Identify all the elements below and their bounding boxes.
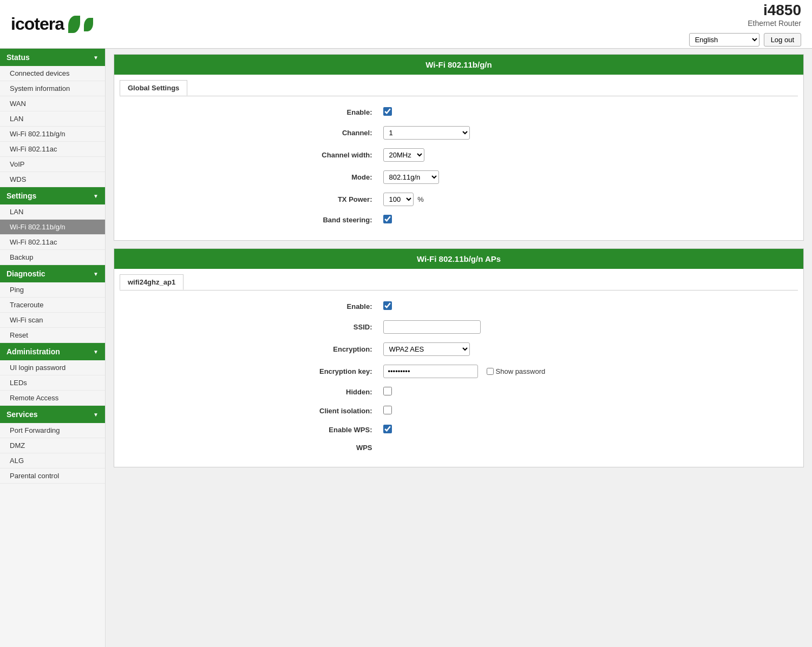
ssid-label: SSID: bbox=[270, 316, 378, 338]
sidebar-item-ping[interactable]: Ping bbox=[0, 282, 105, 298]
sidebar-item-parental-control[interactable]: Parental control bbox=[0, 468, 105, 484]
tx-power-unit: % bbox=[417, 195, 424, 203]
ssid-row: SSID: bbox=[270, 316, 649, 338]
tx-power-row: TX Power: 100 75 50 25 % bbox=[270, 188, 649, 210]
sidebar-item-lan-status[interactable]: LAN bbox=[0, 111, 105, 127]
client-isolation-row: Client isolation: bbox=[270, 401, 649, 420]
logo-text: icotera bbox=[11, 14, 64, 34]
sidebar-item-wifi-ac-settings[interactable]: Wi-Fi 802.11ac bbox=[0, 235, 105, 250]
enable-label: Enable: bbox=[270, 103, 378, 122]
global-settings-tabs: Global Settings bbox=[120, 80, 798, 96]
device-model: i4850 bbox=[748, 2, 801, 19]
global-settings-body: Global Settings Enable: Channel: 1 bbox=[114, 75, 803, 240]
encryption-key-value: Show password bbox=[378, 360, 649, 382]
device-type: Ethernet Router bbox=[748, 19, 801, 28]
tx-power-value: 100 75 50 25 % bbox=[378, 188, 649, 210]
hidden-row: Hidden: bbox=[270, 382, 649, 401]
encryption-key-row: Encryption key: Show password bbox=[270, 360, 649, 382]
password-field-wrap: Show password bbox=[383, 365, 643, 378]
sidebar-item-wifi-scan[interactable]: Wi-Fi scan bbox=[0, 313, 105, 328]
global-settings-form: Enable: Channel: 1 2345 6789 1011 bbox=[270, 103, 649, 229]
channel-width-value: 20MHz 40MHz bbox=[378, 144, 649, 166]
content-area: Wi-Fi 802.11b/g/n Global Settings Enable… bbox=[106, 49, 812, 647]
aps-title: Wi-Fi 802.11b/g/n APs bbox=[114, 249, 803, 269]
ap-enable-label: Enable: bbox=[270, 297, 378, 316]
header-controls: English Danish German French Log out bbox=[689, 33, 801, 47]
hidden-value bbox=[378, 382, 649, 401]
sidebar-item-lan-settings[interactable]: LAN bbox=[0, 204, 105, 220]
sidebar-section-status[interactable]: Status bbox=[0, 49, 105, 66]
ap-enable-checkbox[interactable] bbox=[383, 301, 392, 310]
sidebar-item-wifi-ac-status[interactable]: Wi-Fi 802.11ac bbox=[0, 142, 105, 157]
encryption-row: Encryption: None WEP WPA PSK WPA2 AES WP… bbox=[270, 338, 649, 360]
show-password-checkbox[interactable] bbox=[487, 368, 494, 375]
channel-width-row: Channel width: 20MHz 40MHz bbox=[270, 144, 649, 166]
enable-wps-label: Enable WPS: bbox=[270, 420, 378, 439]
ssid-value bbox=[378, 316, 649, 338]
sidebar-item-ui-login-password[interactable]: UI login password bbox=[0, 360, 105, 375]
logout-button[interactable]: Log out bbox=[764, 33, 801, 47]
sidebar-item-traceroute[interactable]: Traceroute bbox=[0, 298, 105, 313]
sidebar-item-port-forwarding[interactable]: Port Forwarding bbox=[0, 423, 105, 438]
sidebar-section-diagnostic[interactable]: Diagnostic bbox=[0, 265, 105, 282]
sidebar-item-wan[interactable]: WAN bbox=[0, 96, 105, 111]
sidebar-item-reset[interactable]: Reset bbox=[0, 328, 105, 343]
sidebar-item-wifi-bgn-settings[interactable]: Wi-Fi 802.11b/g/n bbox=[0, 220, 105, 235]
wps-label: WPS bbox=[270, 439, 378, 456]
hidden-label: Hidden: bbox=[270, 382, 378, 401]
aps-tabs: wifi24ghz_ap1 bbox=[120, 274, 798, 291]
tab-wifi24ghz-ap1[interactable]: wifi24ghz_ap1 bbox=[120, 274, 184, 290]
mode-value: 802.11b 802.11g 802.11n 802.11g/n 802.11… bbox=[378, 166, 649, 188]
sidebar-item-system-information[interactable]: System information bbox=[0, 81, 105, 96]
main-layout: Status Connected devices System informat… bbox=[0, 49, 812, 647]
aps-section: Wi-Fi 802.11b/g/n APs wifi24ghz_ap1 Enab… bbox=[114, 248, 804, 467]
sidebar-section-settings[interactable]: Settings bbox=[0, 187, 105, 204]
wps-row: WPS bbox=[270, 439, 649, 456]
hidden-checkbox[interactable] bbox=[383, 387, 392, 395]
sidebar-item-wds-status[interactable]: WDS bbox=[0, 172, 105, 187]
client-isolation-label: Client isolation: bbox=[270, 401, 378, 420]
encryption-key-input[interactable] bbox=[383, 365, 478, 378]
client-isolation-value bbox=[378, 401, 649, 420]
header: icotera i4850 Ethernet Router English Da… bbox=[0, 0, 812, 49]
channel-select[interactable]: 1 2345 6789 1011Auto bbox=[383, 126, 470, 140]
mode-select[interactable]: 802.11b 802.11g 802.11n 802.11g/n 802.11… bbox=[383, 170, 439, 184]
sidebar-item-leds[interactable]: LEDs bbox=[0, 375, 105, 391]
wps-value bbox=[378, 439, 649, 456]
sidebar-item-dmz[interactable]: DMZ bbox=[0, 438, 105, 453]
enable-row: Enable: bbox=[270, 103, 649, 122]
header-right: i4850 Ethernet Router English Danish Ger… bbox=[689, 2, 801, 47]
tx-power-select[interactable]: 100 75 50 25 bbox=[383, 193, 414, 206]
encryption-value: None WEP WPA PSK WPA2 AES WPA/WPA2 bbox=[378, 338, 649, 360]
ap-enable-row: Enable: bbox=[270, 297, 649, 316]
aps-form: Enable: SSID: Encryption: bbox=[270, 297, 649, 456]
sidebar-section-services[interactable]: Services bbox=[0, 406, 105, 423]
sidebar-item-remote-access[interactable]: Remote Access bbox=[0, 391, 105, 406]
band-steering-row: Band steering: bbox=[270, 210, 649, 229]
logo-icon bbox=[68, 16, 93, 33]
channel-width-select[interactable]: 20MHz 40MHz bbox=[383, 148, 424, 162]
tab-global-settings[interactable]: Global Settings bbox=[120, 80, 187, 96]
logo-area: icotera bbox=[11, 14, 93, 34]
sidebar-item-wifi-bgn-status[interactable]: Wi-Fi 802.11b/g/n bbox=[0, 127, 105, 142]
sidebar-item-backup[interactable]: Backup bbox=[0, 250, 105, 265]
sidebar-item-voip[interactable]: VoIP bbox=[0, 157, 105, 172]
sidebar-item-connected-devices[interactable]: Connected devices bbox=[0, 66, 105, 81]
enable-value bbox=[378, 103, 649, 122]
encryption-select[interactable]: None WEP WPA PSK WPA2 AES WPA/WPA2 bbox=[383, 342, 470, 356]
sidebar: Status Connected devices System informat… bbox=[0, 49, 106, 647]
sidebar-section-administration[interactable]: Administration bbox=[0, 343, 105, 360]
enable-wps-checkbox[interactable] bbox=[383, 425, 392, 433]
ssid-input[interactable] bbox=[383, 320, 481, 334]
client-isolation-checkbox[interactable] bbox=[383, 406, 392, 414]
global-settings-title: Wi-Fi 802.11b/g/n bbox=[114, 55, 803, 75]
enable-wps-row: Enable WPS: bbox=[270, 420, 649, 439]
mode-label: Mode: bbox=[270, 166, 378, 188]
show-password-label[interactable]: Show password bbox=[487, 367, 546, 375]
enable-checkbox[interactable] bbox=[383, 107, 392, 116]
sidebar-item-alg[interactable]: ALG bbox=[0, 453, 105, 468]
ap-enable-value bbox=[378, 297, 649, 316]
encryption-key-label: Encryption key: bbox=[270, 360, 378, 382]
language-select[interactable]: English Danish German French bbox=[689, 33, 759, 47]
band-steering-checkbox[interactable] bbox=[383, 215, 392, 223]
